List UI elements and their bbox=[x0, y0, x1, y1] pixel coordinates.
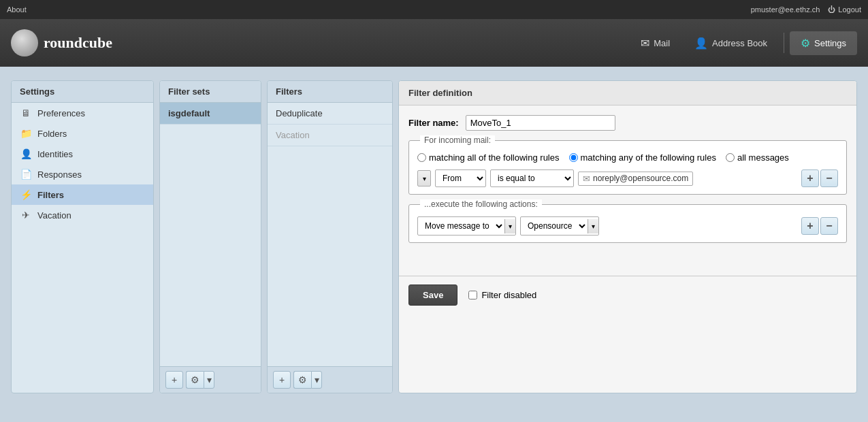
logo-text: roundcube bbox=[44, 34, 112, 52]
actions-fieldset: ...execute the following actions: Move m… bbox=[408, 204, 847, 243]
operator-select[interactable]: is equal to contains does not contain bbox=[490, 169, 574, 187]
addressbook-icon: 👤 bbox=[694, 37, 708, 50]
sidebar-item-preferences[interactable]: 🖥 Preferences bbox=[12, 103, 153, 123]
match-any-option[interactable]: matching any of the following rules bbox=[569, 152, 716, 163]
incoming-mail-fieldset: For incoming mail: matching all of the f… bbox=[408, 140, 847, 195]
sidebar-item-folders[interactable]: 📁 Folders bbox=[12, 123, 153, 144]
actions-legend: ...execute the following actions: bbox=[420, 199, 542, 209]
filter-settings-button[interactable]: ⚙ bbox=[293, 371, 311, 389]
filter-icon: ⚡ bbox=[20, 189, 32, 200]
filter-name-input[interactable] bbox=[466, 115, 615, 131]
value-field: ✉ noreply@opensource.com bbox=[578, 172, 693, 186]
action-row: Move message to Copy message to Delete m… bbox=[417, 216, 838, 236]
actions-fieldset-inner: Move message to Copy message to Delete m… bbox=[409, 210, 846, 242]
settings-panel: Settings 🖥 Preferences 📁 Folders 👤 Ident… bbox=[11, 80, 154, 393]
addressbook-nav-button[interactable]: 👤 Address Book bbox=[684, 31, 778, 55]
filterset-settings-arrow[interactable]: ▾ bbox=[204, 371, 214, 389]
nav-separator bbox=[784, 33, 784, 53]
filter-settings-group: ⚙ ▾ bbox=[293, 371, 322, 389]
list-item[interactable]: Vacation bbox=[268, 125, 392, 146]
filtersets-list: isgdefault bbox=[160, 103, 261, 366]
add-filterset-button[interactable]: + bbox=[165, 371, 183, 389]
email-icon: ✉ bbox=[583, 174, 590, 184]
add-action-button[interactable]: + bbox=[801, 217, 819, 235]
user-icon: 👤 bbox=[20, 148, 32, 159]
filter-name-row: Filter name: bbox=[408, 115, 847, 131]
filter-settings-arrow[interactable]: ▾ bbox=[311, 371, 322, 389]
field-select[interactable]: From To Subject CC bbox=[435, 169, 486, 187]
folder-icon: 📁 bbox=[20, 128, 32, 139]
action-plus-minus: + − bbox=[801, 217, 838, 235]
user-email: pmuster@ee.ethz.ch bbox=[751, 5, 820, 14]
add-filter-button[interactable]: + bbox=[273, 371, 291, 389]
condition-plus-minus: + − bbox=[801, 169, 838, 187]
filter-disabled-checkbox[interactable] bbox=[468, 291, 477, 299]
filters-panel-header: Filters bbox=[268, 81, 392, 103]
condition-caret-button[interactable]: ▾ bbox=[417, 170, 431, 186]
filters-footer: + ⚙ ▾ bbox=[268, 366, 392, 393]
settings-menu: 🖥 Preferences 📁 Folders 👤 Identities 📄 R… bbox=[12, 103, 153, 393]
filterdef-footer: Save Filter disabled bbox=[399, 276, 856, 314]
fieldset-inner: matching all of the following rules matc… bbox=[409, 146, 846, 194]
filters-panel: Filters Deduplicate Vacation + ⚙ ▾ bbox=[267, 80, 393, 393]
top-bar: About pmuster@ee.ethz.ch ⏻ Logout bbox=[0, 0, 868, 19]
topbar-right: pmuster@ee.ethz.ch ⏻ Logout bbox=[751, 5, 861, 14]
all-messages-option[interactable]: all messages bbox=[726, 152, 789, 163]
logout-button[interactable]: ⏻ Logout bbox=[828, 5, 861, 14]
all-messages-radio[interactable] bbox=[726, 153, 735, 162]
filterset-settings-button[interactable]: ⚙ bbox=[186, 371, 204, 389]
condition-row: ▾ From To Subject CC is equal to contain… bbox=[417, 169, 838, 187]
document-icon: 📄 bbox=[20, 169, 32, 180]
match-all-option[interactable]: matching all of the following rules bbox=[417, 152, 560, 163]
header: roundcube ✉ Mail 👤 Address Book ⚙ Settin… bbox=[0, 19, 868, 67]
match-any-radio[interactable] bbox=[569, 153, 578, 162]
mail-icon: ✉ bbox=[641, 37, 649, 50]
logo-icon bbox=[11, 29, 38, 56]
sidebar-item-vacation[interactable]: ✈ Vacation bbox=[12, 205, 153, 225]
filterset-settings-group: ⚙ ▾ bbox=[186, 371, 214, 389]
filterdef-body: Filter name: For incoming mail: matching… bbox=[399, 106, 856, 262]
save-button[interactable]: Save bbox=[408, 285, 457, 306]
action-type-wrap: Move message to Copy message to Delete m… bbox=[417, 216, 516, 236]
action-type-select[interactable]: Move message to Copy message to Delete m… bbox=[418, 217, 504, 235]
sidebar-item-filters[interactable]: ⚡ Filters bbox=[12, 184, 153, 205]
nav-buttons: ✉ Mail 👤 Address Book ⚙ Settings bbox=[630, 31, 857, 55]
list-item[interactable]: isgdefault bbox=[160, 103, 261, 125]
filter-name-label: Filter name: bbox=[408, 118, 459, 128]
filter-definition-panel: Filter definition Filter name: For incom… bbox=[398, 80, 857, 393]
remove-action-button[interactable]: − bbox=[820, 217, 838, 235]
list-item[interactable]: Deduplicate bbox=[268, 103, 392, 125]
logo: roundcube bbox=[11, 29, 112, 56]
sidebar-item-responses[interactable]: 📄 Responses bbox=[12, 164, 153, 184]
about-link[interactable]: About bbox=[7, 5, 27, 14]
mail-nav-button[interactable]: ✉ Mail bbox=[630, 31, 681, 55]
filtersets-panel-header: Filter sets bbox=[160, 81, 261, 103]
main-area: Settings 🖥 Preferences 📁 Folders 👤 Ident… bbox=[0, 67, 868, 407]
filter-disabled-label[interactable]: Filter disabled bbox=[468, 290, 536, 300]
settings-panel-header: Settings bbox=[12, 81, 153, 103]
email-value: noreply@opensource.com bbox=[593, 174, 688, 183]
add-condition-button[interactable]: + bbox=[801, 169, 819, 187]
filterdef-header: Filter definition bbox=[399, 81, 856, 106]
filtersets-footer: + ⚙ ▾ bbox=[160, 366, 261, 393]
power-icon: ⏻ bbox=[828, 5, 835, 14]
monitor-icon: 🖥 bbox=[20, 108, 32, 118]
incoming-mail-legend: For incoming mail: bbox=[420, 135, 495, 145]
vacation-icon: ✈ bbox=[20, 210, 32, 221]
filters-list: Deduplicate Vacation bbox=[268, 103, 392, 366]
action-type-arrow[interactable]: ▾ bbox=[504, 219, 515, 233]
filtersets-panel: Filter sets isgdefault + ⚙ ▾ bbox=[159, 80, 261, 393]
folder-select-wrap: Opensource Inbox Sent Drafts Trash ▾ bbox=[520, 216, 599, 236]
settings-icon: ⚙ bbox=[801, 37, 810, 50]
folder-select[interactable]: Opensource Inbox Sent Drafts Trash bbox=[521, 217, 588, 235]
matching-options-row: matching all of the following rules matc… bbox=[417, 152, 838, 163]
remove-condition-button[interactable]: − bbox=[820, 169, 838, 187]
settings-nav-button[interactable]: ⚙ Settings bbox=[790, 31, 857, 55]
match-all-radio[interactable] bbox=[417, 153, 426, 162]
sidebar-item-identities[interactable]: 👤 Identities bbox=[12, 144, 153, 164]
folder-arrow[interactable]: ▾ bbox=[588, 219, 598, 233]
